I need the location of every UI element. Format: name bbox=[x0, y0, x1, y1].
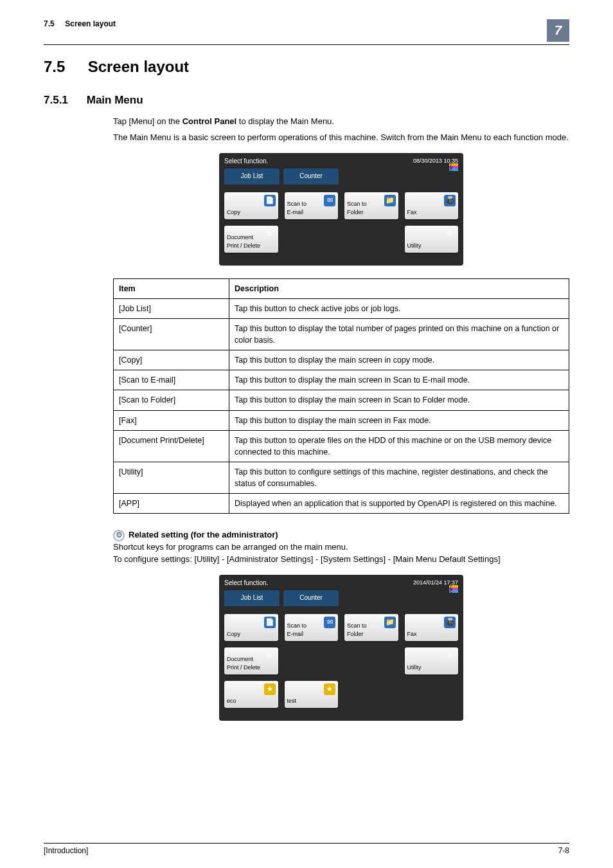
item-description-table: Item Description [Job List]Tap this butt… bbox=[113, 278, 569, 514]
copy-icon: 📄 bbox=[264, 617, 276, 628]
ds2-prompt: Select function. bbox=[224, 579, 268, 588]
cell-desc: Tap this button to configure settings of… bbox=[229, 462, 569, 493]
tile-test[interactable]: ★test bbox=[285, 681, 339, 708]
subsection-number: 7.5.1 bbox=[44, 94, 84, 107]
cell-item: [Job List] bbox=[114, 298, 229, 318]
tile-utility-label: Utility bbox=[407, 664, 422, 672]
tile-eco[interactable]: ★eco bbox=[224, 681, 278, 708]
tile-test-label: test bbox=[287, 697, 297, 705]
intro-p1: Tap [Menu] on the Control Panel to displ… bbox=[113, 116, 569, 128]
tile-scan-email[interactable]: ✉Scan to E-mail bbox=[285, 192, 339, 219]
star-icon: ★ bbox=[324, 683, 335, 695]
tile-copy[interactable]: 📄Copy bbox=[224, 614, 278, 641]
intro-p2: The Main Menu is a basic screen to perfo… bbox=[113, 132, 569, 144]
subsection-heading: 7.5.1 Main Menu bbox=[44, 94, 569, 107]
table-row: [Job List]Tap this button to check activ… bbox=[114, 298, 569, 318]
tile-scan-folder[interactable]: 📁Scan to Folder bbox=[344, 614, 398, 641]
table-row: [Scan to Folder]Tap this button to displ… bbox=[114, 390, 569, 410]
table-row: [Utility]Tap this button to configure se… bbox=[114, 462, 569, 493]
copy-icon: 📄 bbox=[264, 195, 276, 206]
table-row: [APP]Displayed when an application that … bbox=[114, 494, 569, 514]
tile-scan-folder-label: Scan to Folder bbox=[347, 200, 367, 217]
cell-desc: Tap this button to display the main scre… bbox=[229, 370, 569, 390]
tile-copy-label: Copy bbox=[227, 208, 240, 217]
cell-item: [Scan to E-mail] bbox=[114, 370, 229, 390]
th-desc: Description bbox=[229, 278, 569, 298]
toner-indicator-icon: YMC bbox=[449, 585, 458, 594]
tile-doc-print-label: Document Print / Delete bbox=[227, 655, 260, 672]
tile-doc-print-delete[interactable]: 🗎Document Print / Delete bbox=[224, 226, 278, 253]
section-heading: 7.5 Screen layout bbox=[44, 58, 569, 76]
cell-desc: Tap this button to display the total num… bbox=[229, 318, 569, 350]
related-setting-heading: ⚙ Related setting (for the administrator… bbox=[113, 529, 569, 541]
cell-desc: Displayed when an application that is su… bbox=[229, 494, 569, 514]
divider bbox=[44, 44, 569, 45]
fax-icon: 📠 bbox=[444, 195, 456, 206]
tile-copy-label: Copy bbox=[227, 630, 240, 638]
tile-scan-email-label: Scan to E-mail bbox=[287, 200, 307, 217]
table-row: [Scan to E-mail]Tap this button to displ… bbox=[114, 370, 569, 390]
running-head-secno: 7.5 bbox=[44, 19, 55, 28]
tile-utility[interactable]: ⚙Utility bbox=[405, 647, 459, 674]
cell-desc: Tap this button to display the main scre… bbox=[229, 410, 569, 430]
main-menu-screenshot-1: Select function. 08/30/2013 10:35 YMC Jo… bbox=[219, 153, 463, 266]
table-row: [Copy]Tap this button to display the mai… bbox=[114, 350, 569, 370]
gear-icon: ⚙ bbox=[444, 650, 456, 662]
tile-scan-email-label: Scan to E-mail bbox=[287, 622, 307, 638]
tab-job-list[interactable]: Job List bbox=[224, 590, 280, 606]
tile-utility[interactable]: ⚙Utility bbox=[405, 226, 459, 253]
cell-item: [Document Print/Delete] bbox=[114, 430, 229, 462]
tile-eco-label: eco bbox=[227, 697, 236, 705]
table-row: [Fax]Tap this button to display the main… bbox=[114, 410, 569, 430]
tile-scan-folder[interactable]: 📁Scan to Folder bbox=[344, 192, 398, 219]
cell-item: [Counter] bbox=[114, 318, 229, 350]
tile-fax[interactable]: 📠Fax bbox=[405, 192, 459, 219]
cell-item: [Scan to Folder] bbox=[114, 390, 229, 410]
tab-counter[interactable]: Counter bbox=[283, 590, 339, 606]
gear-icon: ⚙ bbox=[444, 228, 456, 240]
tile-utility-label: Utility bbox=[407, 242, 422, 250]
folder-icon: 📁 bbox=[384, 617, 396, 628]
star-icon: ★ bbox=[264, 683, 276, 695]
gear-icon: ⚙ bbox=[113, 530, 125, 541]
intro-p1a: Tap [Menu] on the bbox=[113, 116, 182, 126]
cell-desc: Tap this button to operate files on the … bbox=[229, 430, 569, 462]
toner-indicator-icon: YMC bbox=[449, 163, 458, 172]
subsection-title: Main Menu bbox=[87, 94, 143, 106]
document-icon: 🗎 bbox=[264, 228, 276, 240]
fax-icon: 📠 bbox=[444, 617, 456, 628]
cell-item: [Copy] bbox=[114, 350, 229, 370]
tile-scan-folder-label: Scan to Folder bbox=[347, 622, 367, 638]
footer-left: [Introduction] bbox=[44, 846, 88, 855]
related-p1: Shortcut keys for programs can be arrang… bbox=[113, 541, 569, 554]
tile-fax[interactable]: 📠Fax bbox=[405, 614, 459, 641]
tile-doc-print-delete[interactable]: 🗎Document Print / Delete bbox=[224, 647, 278, 674]
folder-icon: 📁 bbox=[384, 195, 396, 206]
cell-desc: Tap this button to display the main scre… bbox=[229, 350, 569, 370]
document-icon: 🗎 bbox=[264, 650, 276, 662]
th-item: Item bbox=[114, 278, 229, 298]
tab-job-list[interactable]: Job List bbox=[224, 168, 280, 185]
intro-p1c: to display the Main Menu. bbox=[236, 116, 334, 126]
chapter-badge: 7 bbox=[547, 19, 569, 42]
intro-p1b: Control Panel bbox=[182, 116, 237, 126]
tile-scan-email[interactable]: ✉Scan to E-mail bbox=[285, 614, 339, 641]
tile-fax-label: Fax bbox=[407, 630, 417, 638]
section-number: 7.5 bbox=[44, 58, 84, 76]
cell-desc: Tap this button to display the main scre… bbox=[229, 390, 569, 410]
cell-item: [APP] bbox=[114, 494, 229, 514]
tile-doc-print-label: Document Print / Delete bbox=[227, 233, 260, 250]
cell-item: [Fax] bbox=[114, 410, 229, 430]
table-row: [Document Print/Delete]Tap this button t… bbox=[114, 430, 569, 462]
tab-counter[interactable]: Counter bbox=[283, 168, 339, 185]
ds1-prompt: Select function. bbox=[224, 157, 268, 167]
body-text: Tap [Menu] on the Control Panel to displ… bbox=[113, 116, 569, 721]
mail-icon: ✉ bbox=[324, 195, 335, 206]
tile-fax-label: Fax bbox=[407, 208, 417, 217]
running-head-title: Screen layout bbox=[65, 19, 116, 28]
section-title: Screen layout bbox=[88, 58, 189, 75]
tile-copy[interactable]: 📄Copy bbox=[224, 192, 278, 219]
cell-item: [Utility] bbox=[114, 462, 229, 493]
footer-right: 7-8 bbox=[558, 846, 569, 855]
mail-icon: ✉ bbox=[324, 617, 335, 628]
